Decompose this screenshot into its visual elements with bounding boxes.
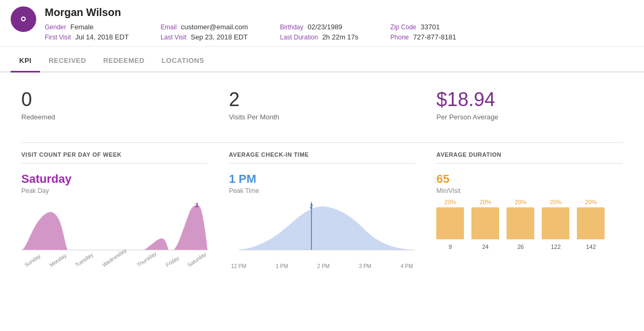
last-duration-label: Last Duration <box>280 34 318 41</box>
dur-rect-1 <box>471 207 499 239</box>
dur-rect-3 <box>542 207 569 239</box>
dur-rect-2 <box>507 207 534 239</box>
time-12pm: 12 PM <box>231 263 247 269</box>
section-divider <box>21 142 623 143</box>
zip-value: 33701 <box>421 23 440 31</box>
dur-val-0: 9 <box>449 244 452 250</box>
email-label: Email <box>161 23 177 31</box>
svg-text:3: 3 <box>195 202 199 208</box>
header: ⚬ Morgan Wilson Gender Female First Visi… <box>0 0 644 47</box>
time-labels: 12 PM 1 PM 2 PM 3 PM 4 PM <box>229 263 415 269</box>
visits-value: 2 <box>229 88 415 111</box>
visits-label: Visits Per Month <box>229 113 415 121</box>
dur-rect-0 <box>436 207 464 239</box>
phone-label: Phone <box>390 34 409 41</box>
email-value: customer@email.com <box>181 23 248 31</box>
checkin-chart-title: AVERAGE CHECK-IN TIME <box>229 151 415 158</box>
charts-row: VISIT COUNT PER DAY OF WEEK Saturday Pea… <box>11 151 633 266</box>
visit-peak-label: Peak Day <box>21 187 208 195</box>
visit-bar-chart: 3 Sunday Monday Tuesday Wednesday Thursd… <box>21 202 208 266</box>
dur-rect-4 <box>577 207 605 239</box>
user-icon: ⚬ <box>18 12 29 26</box>
visit-peak-day: Saturday <box>21 172 208 186</box>
kpi-redeemed: 0 Redeemed <box>11 83 218 126</box>
phone-value: 727-877-8181 <box>413 33 456 41</box>
visit-svg: 3 <box>21 202 208 261</box>
checkin-peak-label: Peak Time <box>229 187 415 195</box>
tab-locations[interactable]: LOCATIONS <box>153 50 213 72</box>
tab-redeemed[interactable]: REDEEMED <box>95 50 153 72</box>
duration-peak-value: 65 <box>436 172 623 186</box>
info-col-3: Birthday 02/23/1989 Last Duration 2h 22m… <box>280 23 358 41</box>
time-2pm: 2 PM <box>317 263 330 269</box>
redeemed-label: Redeemed <box>21 113 208 121</box>
duration-peak-label: Min/Visit <box>436 187 623 195</box>
kpi-visits: 2 Visits Per Month <box>218 83 426 126</box>
visit-count-chart: VISIT COUNT PER DAY OF WEEK Saturday Pea… <box>11 151 218 266</box>
time-3pm: 3 PM <box>359 263 371 269</box>
checkin-chart: AVERAGE CHECK-IN TIME 1 PM Peak Time 2 1… <box>218 151 426 266</box>
user-info-grid: Gender Female First Visit Jul 14, 2018 E… <box>45 23 456 41</box>
redeemed-value: 0 <box>21 88 208 111</box>
checkin-peak-time: 1 PM <box>229 172 415 186</box>
zip-label: Zip Code <box>390 23 417 31</box>
duration-chart: AVERAGE DURATION 65 Min/Visit 20% 9 20% … <box>426 151 633 266</box>
dur-pct-3: 20% <box>550 199 561 205</box>
dur-bar-0: 20% 9 <box>436 199 464 250</box>
time-1pm: 1 PM <box>275 263 288 269</box>
dur-val-4: 142 <box>586 244 596 250</box>
day-labels: Sunday Monday Tuesday Wednesday Thursday… <box>21 263 208 269</box>
dur-pct-1: 20% <box>479 199 491 205</box>
first-visit-label: First Visit <box>45 34 71 41</box>
dur-val-2: 26 <box>517 244 524 250</box>
dur-pct-0: 20% <box>444 199 456 205</box>
birthday-label: Birthday <box>280 23 304 31</box>
kpi-section: 0 Redeemed 2 Visits Per Month $18.94 Per… <box>0 72 644 271</box>
tab-kpi[interactable]: KPI <box>11 50 40 72</box>
gender-value: Female <box>70 23 93 31</box>
time-4pm: 4 PM <box>401 263 413 269</box>
svg-text:2: 2 <box>309 203 313 209</box>
info-col-4: Zip Code 33701 Phone 727-877-8181 <box>390 23 456 41</box>
birthday-value: 02/23/1989 <box>308 23 343 31</box>
checkin-line-chart: 2 12 PM 1 PM 2 PM 3 PM 4 PM <box>229 202 415 266</box>
dur-val-3: 122 <box>551 244 560 250</box>
tab-received[interactable]: RECEIVED <box>40 50 94 72</box>
tab-bar: KPI RECEIVED REDEEMED LOCATIONS <box>0 50 644 72</box>
dur-bar-4: 20% 142 <box>577 199 605 250</box>
avatar: ⚬ <box>11 6 36 32</box>
kpi-avg: $18.94 Per Person Average <box>426 83 633 126</box>
first-visit-value: Jul 14, 2018 EDT <box>75 33 128 41</box>
user-details: Morgan Wilson Gender Female First Visit … <box>45 6 456 41</box>
dur-pct-4: 20% <box>585 199 597 205</box>
last-visit-value: Sep 23, 2018 EDT <box>191 33 248 41</box>
dur-bar-3: 20% 122 <box>542 199 569 250</box>
dur-pct-2: 20% <box>515 199 526 205</box>
last-duration-value: 2h 22m 17s <box>322 33 358 41</box>
avg-label: Per Person Average <box>436 113 623 121</box>
checkin-svg: 2 <box>229 202 415 261</box>
kpi-top-row: 0 Redeemed 2 Visits Per Month $18.94 Per… <box>11 83 633 126</box>
dur-bar-2: 20% 26 <box>507 199 534 250</box>
duration-bars: 20% 9 20% 24 20% 26 20% 122 <box>436 202 623 250</box>
avg-value: $18.94 <box>436 88 623 111</box>
duration-chart-title: AVERAGE DURATION <box>436 151 623 158</box>
visit-chart-title: VISIT COUNT PER DAY OF WEEK <box>21 151 208 158</box>
user-name: Morgan Wilson <box>45 6 456 19</box>
dur-bar-1: 20% 24 <box>471 199 499 250</box>
info-col-1: Gender Female First Visit Jul 14, 2018 E… <box>45 23 129 41</box>
last-visit-label: Last Visit <box>161 34 186 41</box>
dur-val-1: 24 <box>482 244 488 250</box>
gender-label: Gender <box>45 23 66 31</box>
info-col-2: Email customer@email.com Last Visit Sep … <box>161 23 248 41</box>
